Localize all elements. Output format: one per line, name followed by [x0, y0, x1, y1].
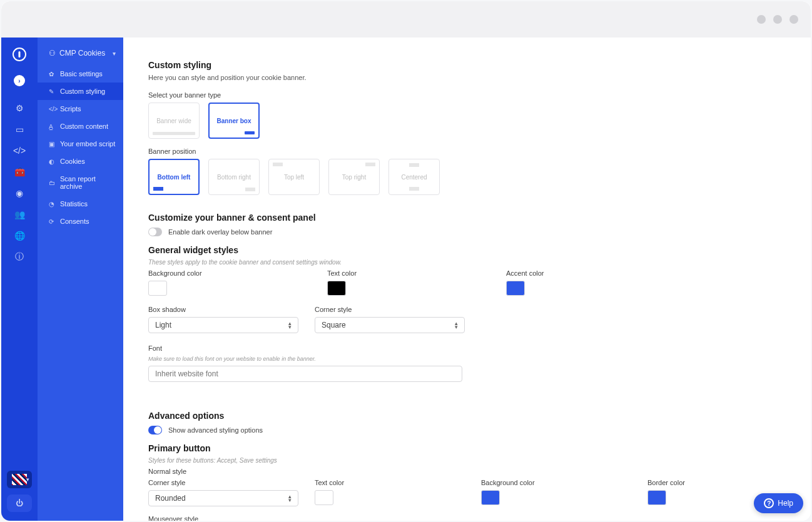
- gear-icon: ✿: [49, 71, 55, 78]
- p-border-label: Border color: [647, 479, 685, 486]
- text-color-swatch[interactable]: [327, 281, 346, 296]
- accent-color-label: Accent color: [506, 269, 544, 277]
- sidebar-item-basic[interactable]: ✿Basic settings: [38, 65, 123, 83]
- sidebar-item-custom-content[interactable]: A̲Custom content: [38, 118, 123, 135]
- shadow-label: Box shadow: [148, 306, 298, 313]
- sidebar-item-scan[interactable]: 🗀Scan report archive: [38, 170, 123, 195]
- chevron-down-icon: ▾: [113, 50, 116, 57]
- text-icon: A̲: [49, 123, 55, 130]
- refresh-icon: ⟳: [49, 218, 55, 225]
- sidebar-item-custom-styling[interactable]: ✎Custom styling: [38, 83, 123, 100]
- sidebar-item-consents[interactable]: ⟳Consents: [38, 213, 123, 230]
- help-icon: ?: [764, 498, 774, 508]
- banner-type-wide[interactable]: Banner wide: [148, 103, 200, 139]
- dark-overlay-label: Enable dark overlay below banner: [168, 228, 272, 236]
- text-color-label: Text color: [327, 269, 490, 277]
- icon-rail: › ⚙ ▭ </> 🧰 ◉ 👥 🌐 ⓘ ▾ ⏻: [1, 38, 38, 521]
- nav-icon[interactable]: ▭: [14, 124, 25, 135]
- language-selector[interactable]: ▾: [7, 471, 32, 488]
- sidebar-item-scripts[interactable]: </>Scripts: [38, 100, 123, 118]
- pos-top-right[interactable]: Top right: [328, 159, 380, 195]
- window-dot: [757, 15, 766, 24]
- sidebar: ⚇ CMP Cookies ▾ ✿Basic settings ✎Custom …: [38, 38, 123, 521]
- pos-centered[interactable]: Centered: [388, 159, 440, 195]
- power-button[interactable]: ⏻: [7, 494, 32, 512]
- primary-title: Primary button: [148, 443, 786, 453]
- nav-icon[interactable]: 🧰: [14, 166, 25, 178]
- sidebar-item-statistics[interactable]: ◔Statistics: [38, 195, 123, 213]
- bg-color-label: Background color: [148, 269, 311, 277]
- pos-top-left[interactable]: Top left: [268, 159, 320, 195]
- bg-color-swatch[interactable]: [148, 281, 167, 296]
- main-content: Custom styling Here you can style and po…: [123, 38, 811, 521]
- dark-overlay-toggle[interactable]: [148, 228, 162, 236]
- embed-icon: ▣: [49, 141, 55, 148]
- primary-sub: Styles for these buttons: Accept, Save s…: [148, 457, 786, 464]
- primary-text-swatch[interactable]: [315, 490, 333, 505]
- normal-style-label: Normal style: [148, 468, 786, 475]
- page-intro: Here you can style and position your coo…: [148, 74, 786, 81]
- sidebar-item-cookies[interactable]: ◐Cookies: [38, 153, 123, 170]
- p-corner-label: Corner style: [148, 479, 298, 486]
- cookie-icon: ◐: [49, 158, 55, 165]
- chart-icon: ◔: [49, 201, 55, 208]
- app-logo-icon: [13, 48, 26, 61]
- nav-icon[interactable]: 🌐: [14, 230, 25, 241]
- shadow-select[interactable]: Light▴▾: [148, 317, 298, 333]
- archive-icon: 🗀: [49, 179, 55, 186]
- window-dot: [789, 15, 798, 24]
- banner-type-box[interactable]: Banner box: [208, 103, 260, 139]
- nav-icon[interactable]: 👥: [14, 209, 25, 220]
- corner-select[interactable]: Square▴▾: [315, 317, 465, 333]
- primary-corner-select[interactable]: Rounded▴▾: [148, 490, 298, 506]
- window-dot: [773, 15, 782, 24]
- mouseover-style-label: Mouseover style: [148, 515, 786, 521]
- corner-label: Corner style: [315, 306, 465, 313]
- link-icon: ⚇: [49, 49, 56, 58]
- primary-bg-swatch[interactable]: [481, 490, 500, 505]
- font-label: Font: [148, 344, 786, 352]
- accent-color-swatch[interactable]: [506, 281, 525, 296]
- p-text-label: Text color: [315, 479, 465, 486]
- pencil-icon: ✎: [49, 88, 55, 95]
- context-label: CMP Cookies: [59, 49, 105, 58]
- nav-icon[interactable]: </>: [14, 145, 25, 156]
- pos-bottom-right[interactable]: Bottom right: [208, 159, 260, 195]
- sidebar-context-dropdown[interactable]: ⚇ CMP Cookies ▾: [38, 44, 123, 65]
- font-input[interactable]: Inherit website font: [148, 366, 462, 382]
- p-bg-label: Background color: [481, 479, 631, 486]
- general-sub: These styles apply to the cookie banner …: [148, 259, 786, 266]
- nav-icon[interactable]: ◉: [14, 188, 25, 199]
- nav-icon[interactable]: ⓘ: [14, 251, 25, 263]
- help-label: Help: [778, 499, 793, 508]
- window-titlebar: [1, 1, 811, 38]
- banner-position-label: Banner position: [148, 148, 786, 155]
- code-icon: </>: [49, 106, 55, 113]
- sidebar-item-embed[interactable]: ▣Your embed script: [38, 135, 123, 153]
- pos-bottom-left[interactable]: Bottom left: [148, 159, 200, 195]
- collapse-toggle[interactable]: ›: [14, 75, 25, 86]
- font-note: Make sure to load this font on your webs…: [148, 356, 786, 362]
- general-title: General widget styles: [148, 245, 786, 255]
- banner-type-label: Select your banner type: [148, 91, 786, 99]
- primary-border-swatch[interactable]: [647, 490, 666, 505]
- help-button[interactable]: ? Help: [754, 493, 803, 513]
- customize-title: Customize your banner & consent panel: [148, 213, 786, 223]
- advanced-toggle-label: Show advanced styling options: [168, 426, 263, 434]
- page-title: Custom styling: [148, 60, 786, 70]
- advanced-title: Advanced options: [148, 411, 786, 421]
- advanced-toggle[interactable]: [148, 426, 162, 434]
- nav-icon[interactable]: ⚙: [14, 103, 25, 114]
